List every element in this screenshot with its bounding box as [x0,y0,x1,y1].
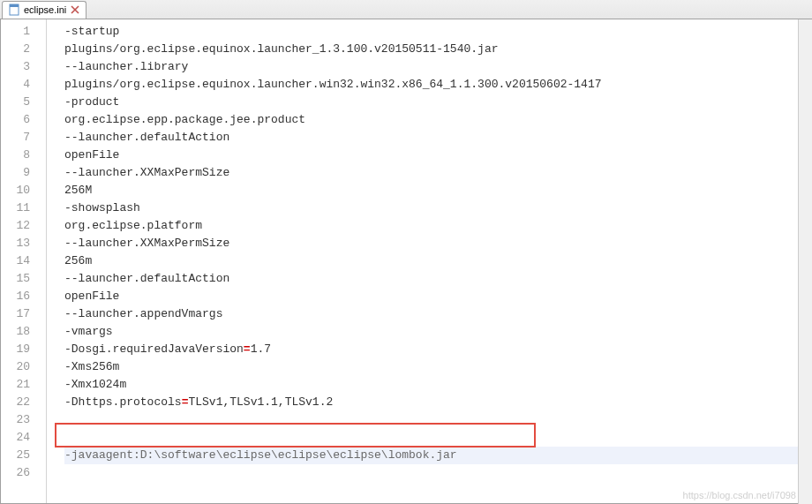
code-line[interactable]: openFile [64,288,811,305]
line-number: 1 [4,23,30,41]
line-number: 20 [4,358,30,376]
line-number: 15 [4,270,30,288]
line-number: 26 [4,464,30,482]
line-number: 7 [4,129,30,147]
code-line[interactable]: --launcher.defaultAction [64,129,811,147]
line-number: 6 [4,111,30,129]
code-line[interactable]: -vmargs [64,323,811,341]
line-number: 19 [4,341,30,358]
line-number: 4 [4,76,30,94]
line-number: 17 [4,305,30,323]
code-line[interactable]: --launcher.appendVmargs [64,305,811,323]
line-number: 9 [4,164,30,182]
code-line[interactable]: plugins/org.eclipse.equinox.launcher_1.3… [64,41,811,58]
line-number: 13 [4,235,30,252]
close-icon[interactable] [70,4,80,15]
vertical-scrollbar[interactable] [798,19,812,504]
line-number: 2 [4,41,30,58]
line-number: 3 [4,58,30,76]
line-number: 10 [4,182,30,199]
code-line[interactable]: -product [64,94,811,111]
code-line[interactable] [64,464,811,482]
code-line[interactable]: -javaagent:D:\software\eclipse\eclipse\e… [64,447,811,464]
code-line[interactable]: --launcher.library [64,58,811,76]
editor-tab[interactable]: eclipse.ini [2,1,86,19]
code-line[interactable]: --launcher.XXMaxPermSize [64,235,811,252]
line-number: 18 [4,323,30,341]
line-number: 24 [4,429,30,447]
code-line[interactable] [64,429,811,447]
code-area[interactable]: -startupplugins/org.eclipse.equinox.laun… [47,19,811,503]
file-icon [8,4,20,16]
line-number: 23 [4,411,30,429]
editor: 1234567891011121314151617181920212223242… [0,19,812,504]
line-number: 8 [4,147,30,164]
tab-label: eclipse.ini [24,4,66,15]
line-number-gutter: 1234567891011121314151617181920212223242… [1,19,47,503]
code-line[interactable]: -Xmx1024m [64,376,811,394]
code-line[interactable]: -Dhttps.protocols=TLSv1,TLSv1.1,TLSv1.2 [64,394,811,411]
line-number: 14 [4,252,30,270]
code-line[interactable]: 256M [64,182,811,199]
code-line[interactable]: -Xms256m [64,358,811,376]
code-line[interactable]: org.eclipse.epp.package.jee.product [64,111,811,129]
line-number: 22 [4,394,30,411]
code-line[interactable]: --launcher.defaultAction [64,270,811,288]
code-line[interactable]: 256m [64,252,811,270]
svg-rect-1 [10,4,19,7]
code-line[interactable] [64,411,811,429]
line-number: 12 [4,217,30,235]
code-line[interactable]: openFile [64,147,811,164]
line-number: 5 [4,94,30,111]
line-number: 11 [4,199,30,217]
code-line[interactable]: -showsplash [64,199,811,217]
line-number: 25 [4,447,30,464]
code-line[interactable]: -Dosgi.requiredJavaVersion=1.7 [64,341,811,358]
code-line[interactable]: --launcher.XXMaxPermSize [64,164,811,182]
tab-bar: eclipse.ini [0,0,812,19]
line-number: 16 [4,288,30,305]
code-line[interactable]: -startup [64,23,811,41]
code-line[interactable]: plugins/org.eclipse.equinox.launcher.win… [64,76,811,94]
code-line[interactable]: org.eclipse.platform [64,217,811,235]
line-number: 21 [4,376,30,394]
